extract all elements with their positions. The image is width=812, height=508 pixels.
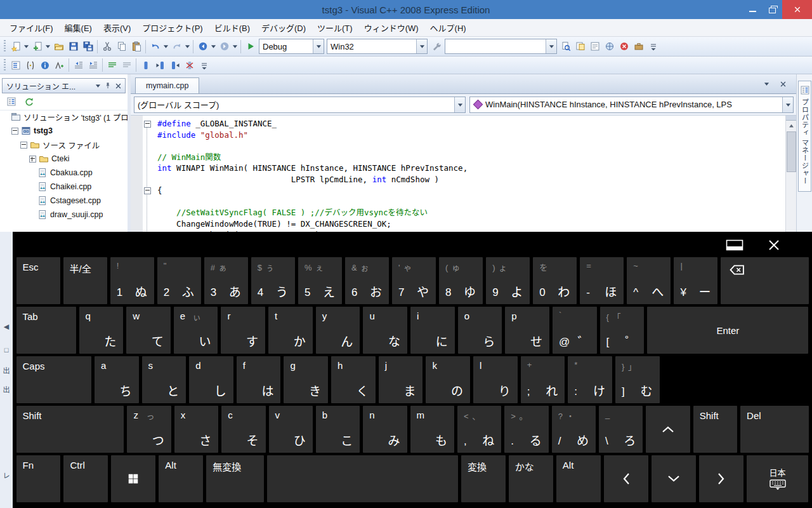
comment-out-button[interactable] <box>105 58 119 72</box>
key-kana[interactable]: かな <box>509 455 553 502</box>
uncomment-button[interactable] <box>119 58 134 72</box>
clear-bookmarks-button[interactable] <box>182 58 197 72</box>
tree-item[interactable]: tstg3 <box>0 124 128 138</box>
member-list-button[interactable] <box>8 58 23 72</box>
scroll-up-icon[interactable] <box>786 121 797 131</box>
autohide-tab-char[interactable]: 出 <box>0 384 13 394</box>
previous-bookmark-button[interactable] <box>153 58 167 72</box>
find-in-files-button[interactable] <box>558 39 573 54</box>
key-8[interactable]: ( ゅ8ゆ <box>439 257 483 304</box>
collapse-box[interactable] <box>144 187 151 194</box>
key-e[interactable]: eぃい <box>174 307 218 354</box>
tree-item[interactable]: ++Cstageset.cpp <box>0 194 128 208</box>
autohide-tab[interactable]: プロパティ マネージャー <box>798 81 811 192</box>
types-combo[interactable]: (グローバル スコープ) <box>134 97 466 113</box>
quick-info-button[interactable] <box>37 58 52 72</box>
key-6[interactable]: & ぉ6お <box>345 257 389 304</box>
undo-button[interactable] <box>148 39 162 54</box>
tree-expander[interactable] <box>20 142 27 149</box>
key-m[interactable]: mも <box>410 406 454 453</box>
autohide-tab-char[interactable]: 出 <box>0 365 13 375</box>
key-t[interactable]: tか <box>268 307 313 354</box>
key-arrow-left[interactable] <box>604 455 648 502</box>
key-period[interactable]: > 。.る <box>504 406 548 453</box>
toolbox-button[interactable] <box>631 39 646 54</box>
key-arrow-down[interactable] <box>652 455 696 502</box>
scroll-left-button[interactable]: ◀ <box>0 323 13 331</box>
tree-item[interactable]: ソース ファイル <box>0 138 128 152</box>
key-yen[interactable]: |¥ー <box>674 257 717 304</box>
key-slash[interactable]: ? ・/め <box>552 406 596 453</box>
decrease-indent-button[interactable] <box>71 58 86 72</box>
key-shift[interactable]: Shift <box>16 406 124 453</box>
menu-item[interactable]: ファイル(F) <box>4 19 59 36</box>
scrollbar-thumb[interactable] <box>787 131 796 172</box>
key-enter[interactable]: Enter <box>647 307 808 354</box>
key-hankaku-zenkaku[interactable]: 半/全 <box>63 257 107 304</box>
find-combo[interactable] <box>445 39 557 54</box>
key-close-bracket[interactable]: } 」]む <box>615 356 660 403</box>
key-caps[interactable]: Caps <box>16 356 91 403</box>
key-v[interactable]: vひ <box>269 406 313 453</box>
add-item-button[interactable] <box>30 39 44 54</box>
key-d[interactable]: dし <box>189 356 233 403</box>
key-u[interactable]: uな <box>363 307 407 354</box>
dropdown-caret-icon[interactable] <box>44 39 51 54</box>
key-n[interactable]: nみ <box>363 406 407 453</box>
key-l[interactable]: lり <box>473 356 518 403</box>
new-project-button[interactable] <box>8 39 23 54</box>
key-a[interactable]: aち <box>95 356 139 403</box>
close-button[interactable] <box>782 0 812 19</box>
key-o[interactable]: oら <box>458 307 502 354</box>
panel-icon[interactable]: □ <box>0 346 13 354</box>
key-ctrl[interactable]: Ctrl <box>63 455 108 502</box>
word-completion-button[interactable] <box>52 58 67 72</box>
save-all-button[interactable] <box>81 39 95 54</box>
menu-item[interactable]: プロジェクト(P) <box>136 19 208 36</box>
key-minus[interactable]: =-ほ <box>580 257 624 304</box>
document-list-icon[interactable] <box>761 79 771 89</box>
dropdown-caret-icon[interactable] <box>210 39 217 54</box>
start-debugging-button[interactable] <box>243 39 258 54</box>
redo-button[interactable] <box>169 39 184 54</box>
collapse-box[interactable] <box>144 121 151 128</box>
key-open-bracket[interactable]: { 「[゜ <box>600 307 645 354</box>
cut-button[interactable] <box>100 39 114 54</box>
key-j[interactable]: jま <box>379 356 423 403</box>
dropdown-caret-icon[interactable] <box>313 39 324 53</box>
minimize-button[interactable] <box>743 0 763 19</box>
key-alt[interactable]: Alt <box>556 455 601 502</box>
key-y[interactable]: yん <box>316 307 360 354</box>
navigate-forward-button[interactable] <box>217 39 232 54</box>
dropdown-caret-icon[interactable] <box>184 39 191 54</box>
tree-item[interactable]: ソリューション 'tstg3' (1 プロ <box>0 110 128 124</box>
key-tab[interactable]: Tab <box>16 307 76 354</box>
key-q[interactable]: qた <box>79 307 124 354</box>
menu-item[interactable]: デバッグ(D) <box>256 19 311 36</box>
navigate-back-button[interactable] <box>195 39 210 54</box>
key-k[interactable]: kの <box>426 356 470 403</box>
toolbar-overflow-button[interactable] <box>646 39 660 54</box>
key-9[interactable]: ) ょ9よ <box>486 257 530 304</box>
key-del[interactable]: Del <box>740 406 809 453</box>
key-c[interactable]: cそ <box>221 406 265 453</box>
dropdown-caret-icon[interactable] <box>23 39 30 54</box>
keyboard-close-icon[interactable] <box>760 237 788 253</box>
key-g[interactable]: gき <box>284 356 328 403</box>
dropdown-caret-icon[interactable] <box>782 97 793 112</box>
paste-button[interactable] <box>129 39 143 54</box>
key-henkan[interactable]: 変換 <box>461 455 506 502</box>
menu-item[interactable]: ビルド(B) <box>209 19 256 36</box>
dropdown-caret-icon[interactable] <box>162 39 169 54</box>
parameter-info-button[interactable] <box>23 58 37 72</box>
key-1[interactable]: !1ぬ <box>110 257 154 304</box>
key-circumflex[interactable]: ~^へ <box>627 257 671 304</box>
key-fn[interactable]: Fn <box>16 455 61 502</box>
auto-hide-pin-icon[interactable] <box>103 81 113 91</box>
key-shift[interactable]: Shift <box>693 406 737 453</box>
copy-button[interactable] <box>114 39 129 54</box>
key-5[interactable]: % ぇ5え <box>298 257 342 304</box>
key-3[interactable]: # ぁ3あ <box>204 257 248 304</box>
key-z[interactable]: zっつ <box>127 406 171 453</box>
object-browser-button[interactable] <box>602 39 617 54</box>
